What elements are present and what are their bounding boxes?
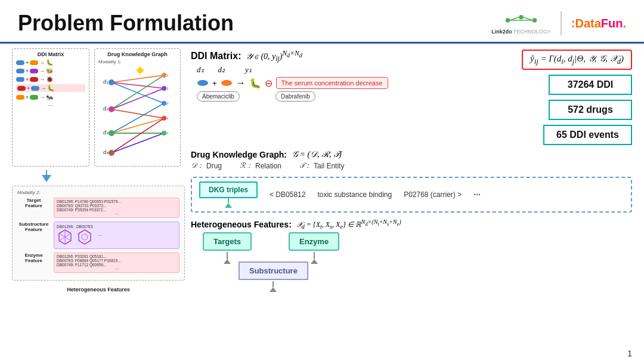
- svg-point-1: [519, 15, 524, 20]
- dkg-formula: 𝒢 = (𝒟, ℛ, 𝒯): [292, 150, 342, 159]
- ddi-matrix-label: DDI Matrix:: [191, 51, 241, 61]
- dkg-title: Drug Knowledge Graph: [98, 51, 177, 57]
- dkg-triples-button[interactable]: DKG triples: [199, 182, 258, 198]
- svg-text:d₁: d₁: [103, 79, 109, 85]
- bug-icon-2: 🐝: [46, 67, 53, 74]
- svg-text:d₂: d₂: [103, 106, 109, 112]
- relation-cat-text: Relation: [255, 162, 281, 170]
- molecule-svg-1: [57, 229, 73, 245]
- left-panel: DDI Matrix + → 🐛 +: [12, 48, 185, 354]
- triple-section: DKG triples < DB05812 toxic substance bi…: [191, 177, 632, 213]
- pill-icon-10: [30, 95, 38, 100]
- pill-svg-1: [197, 79, 209, 87]
- page-title: Problem Formulation: [18, 11, 234, 36]
- drug-names: Abemaciclib Dabrafenib: [197, 91, 388, 101]
- tail-cat-label: 𝒯：: [299, 161, 311, 171]
- feature-boxes: Targets Enzyme: [203, 232, 632, 264]
- dkg-section: Drug Knowledge Graph: 𝒢 = (𝒟, ℛ, 𝒯) 𝒟： D…: [191, 150, 632, 171]
- pill-icon-3: [16, 69, 24, 73]
- matrix-row-3: + → 🐞: [16, 76, 85, 82]
- svg-point-47: [221, 80, 232, 86]
- target-feature-row: TargetFeature DB01296: P14780 Q00653 P01…: [17, 198, 179, 218]
- substructure-row: Substructure: [239, 262, 632, 292]
- datafun-logo: :DataFun.: [571, 16, 626, 31]
- ddi-formula-section: DDI Matrix: 𝒴 ∈ (0, yij)Nd×Nd d₁ d₂ y₁: [191, 50, 388, 101]
- arrow-icon: →: [236, 78, 246, 88]
- svg-line-21: [112, 103, 164, 133]
- ddi-matrix-title: DDI Matrix: [16, 51, 85, 57]
- ddi-formula-text: 𝒴 ∈ (0, yij)Nd×Nd: [246, 50, 302, 63]
- svg-line-19: [112, 88, 164, 109]
- drug-interaction-diagram: + → 🐛 ⊖ The serum concentration decrease: [197, 77, 388, 89]
- link2do-tech: TECHNOLOGY: [513, 29, 551, 35]
- pill-icon-4: [30, 69, 38, 73]
- relation-category: ℛ： Relation: [240, 161, 281, 171]
- svg-point-34: [162, 131, 166, 136]
- bug-icon-4: 🐛: [47, 85, 54, 91]
- svg-line-25: [112, 133, 164, 153]
- drug1-bubble: Abemaciclib: [197, 91, 240, 101]
- svg-point-27: [109, 106, 114, 112]
- minus-icon: ⊖: [265, 78, 273, 89]
- svg-point-33: [162, 116, 166, 121]
- tail-cat-text: Tail Entity: [314, 162, 344, 170]
- modality2-title: Modality 2:: [17, 190, 179, 195]
- svg-point-26: [109, 79, 114, 85]
- left-top: DDI Matrix + → 🐛 +: [12, 48, 185, 167]
- heterogeneous-features-label: Heterogeneous Features: [12, 287, 185, 293]
- down-arrow: [42, 170, 51, 182]
- link2do-text: Link2do: [491, 29, 512, 35]
- matrix-dots: ···: [16, 102, 85, 109]
- svg-point-31: [162, 86, 166, 91]
- bug-icon-5: 🐜: [46, 94, 53, 100]
- matrix-row-2: + → 🐝: [16, 67, 85, 74]
- y1-label: y₁: [245, 65, 252, 75]
- header: Problem Formulation Link2do TECHNOLOGY: [0, 0, 644, 44]
- targets-arrow: [224, 252, 231, 264]
- pill-icon-6: [30, 77, 38, 82]
- modality2-box: Modality 2: TargetFeature DB01296: P1478…: [12, 186, 185, 281]
- svg-point-45: [82, 234, 88, 240]
- bug-icon-1: 🐛: [46, 59, 53, 66]
- targets-box: Targets: [203, 232, 252, 251]
- substructure-box: Substructure: [239, 262, 308, 280]
- triple-dots: ···: [473, 190, 481, 199]
- bug-icon-main: 🐛: [249, 78, 261, 89]
- svg-point-29: [109, 150, 114, 156]
- relation-cat-label: ℛ：: [240, 161, 253, 171]
- tail-category: 𝒯： Tail Entity: [299, 161, 344, 171]
- enzyme-feature-label: EnzymeFeature: [17, 253, 50, 263]
- arrow-up-connector: [225, 198, 232, 208]
- targets-connector: Targets: [203, 232, 252, 264]
- logo-area: Link2do TECHNOLOGY :DataFun.: [491, 11, 626, 35]
- svg-point-35: [137, 67, 143, 73]
- ddi-header-row: DDI Matrix: 𝒴 ∈ (0, yij)Nd×Nd: [191, 50, 388, 63]
- enzyme-box: Enzyme: [289, 232, 339, 251]
- svg-text:d₃: d₃: [103, 130, 109, 136]
- svg-point-28: [109, 130, 114, 136]
- pill-icon-2: [30, 60, 38, 65]
- dkg-arrow-btn: DKG triples: [199, 182, 258, 208]
- drug2-bubble: Dabrafenib: [275, 91, 315, 101]
- dkg-categories: 𝒟： Drug ℛ： Relation 𝒯： Tail Entity: [191, 161, 632, 171]
- drug-cat-label: 𝒟：: [191, 161, 204, 171]
- molecule-svg-2: [76, 229, 93, 245]
- down-arrow-container: [42, 170, 185, 182]
- svg-marker-44: [79, 230, 91, 244]
- matrix-rows: + → 🐛 + → 🐝: [16, 59, 85, 109]
- svg-point-30: [162, 73, 166, 78]
- d2-label: d₂: [218, 65, 225, 75]
- enzyme-arrow: [311, 252, 318, 264]
- target-feature-content: DB01296: P14780 Q00653 P01579... DB00783…: [54, 198, 179, 218]
- prediction-formula-box: ŷij = Γ(di, dj|Θ, 𝒴, 𝒢, 𝒳d): [522, 50, 632, 70]
- svg-text:d₄: d₄: [103, 149, 109, 155]
- drug-category: 𝒟： Drug: [191, 161, 222, 171]
- pill-icon-9: [16, 95, 24, 100]
- link2do-logo: Link2do TECHNOLOGY: [491, 12, 551, 35]
- logo-divider: [561, 11, 562, 35]
- main-content: DDI Matrix + → 🐛 +: [0, 44, 644, 359]
- plus-icon-1: +: [212, 79, 217, 88]
- matrix-row-4: + → 🐛: [16, 84, 85, 92]
- matrix-row-5: + → 🐜: [16, 94, 85, 100]
- target-feature-label: TargetFeature: [17, 198, 50, 208]
